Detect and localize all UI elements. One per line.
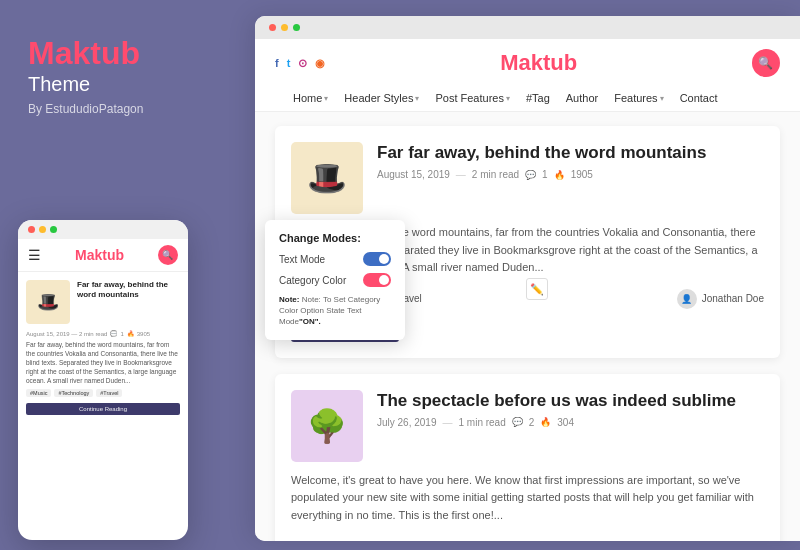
mobile-post-info: Far far away, behind the word mountains xyxy=(77,280,180,301)
instagram-icon[interactable]: ⊙ xyxy=(298,57,307,70)
post-2-meta: July 26, 2019 — 1 min read 💬 2 🔥 304 xyxy=(377,417,736,428)
rss-icon[interactable]: ◉ xyxy=(315,57,325,70)
mobile-titlebar xyxy=(18,220,188,239)
nav-features[interactable]: Features ▾ xyxy=(606,85,671,111)
twitter-icon[interactable]: t xyxy=(287,57,291,69)
brand-name: Maktub Theme By EstududioPatagon xyxy=(28,36,143,116)
popup-note-label: Note: xyxy=(279,295,299,304)
nav-header-styles[interactable]: Header Styles ▾ xyxy=(336,85,427,111)
post-2-excerpt: Welcome, it's great to have you here. We… xyxy=(291,472,764,525)
mobile-tag: #Music xyxy=(26,389,51,397)
nav-contact[interactable]: Contact xyxy=(672,85,726,111)
nav-author[interactable]: Author xyxy=(558,85,606,111)
mobile-post-excerpt: Far far away, behind the word mountains,… xyxy=(26,340,180,385)
mobile-post-title: Far far away, behind the word mountains xyxy=(77,280,180,301)
post-card-2: 🌳 The spectacle before us was indeed sub… xyxy=(275,374,780,541)
comment-icon-2: 💬 xyxy=(512,417,523,427)
post-1-meta: August 15, 2019 — 2 min read 💬 1 🔥 1905 xyxy=(377,169,706,180)
left-panel: Maktub Theme By EstududioPatagon ☰ Maktu… xyxy=(0,0,248,550)
toggle-knob-2 xyxy=(379,275,389,285)
popup-category-color-label: Category Color xyxy=(279,275,346,286)
desktop-logo: Maktub xyxy=(500,50,577,76)
popup-text-mode-label: Text Mode xyxy=(279,254,325,265)
mobile-post-card: 🎩 Far far away, behind the word mountain… xyxy=(26,280,180,324)
nav-post-features[interactable]: Post Features ▾ xyxy=(427,85,517,111)
dot-yellow xyxy=(39,226,46,233)
mobile-tag: #Travel xyxy=(96,389,122,397)
facebook-icon[interactable]: f xyxy=(275,57,279,69)
post-2-info: The spectacle before us was indeed subli… xyxy=(377,390,736,462)
post-2-header: 🌳 The spectacle before us was indeed sub… xyxy=(291,390,764,462)
text-mode-toggle[interactable] xyxy=(363,252,391,266)
popup-text-mode-row: Text Mode xyxy=(279,252,391,266)
mobile-post-meta: August 15, 2019 — 2 min read 💬 1 🔥 3905 xyxy=(26,330,180,337)
mobile-post-thumb: 🎩 xyxy=(26,280,70,324)
dt-dot-green xyxy=(293,24,300,31)
popup-category-color-row: Category Color xyxy=(279,273,391,287)
mobile-logo-m: M xyxy=(75,247,87,263)
mobile-read-more-button[interactable]: Continue Reading xyxy=(26,403,180,415)
dt-dot-yellow xyxy=(281,24,288,31)
mobile-header: ☰ Maktub 🔍 xyxy=(18,239,188,272)
brand-subtitle: Theme xyxy=(28,73,143,96)
mobile-search-button[interactable]: 🔍 xyxy=(158,245,178,265)
desktop-logo-m: M xyxy=(500,50,518,75)
views-icon-2: 🔥 xyxy=(540,417,551,427)
post-1-info: Far far away, behind the word mountains … xyxy=(377,142,706,214)
dot-green xyxy=(50,226,57,233)
post-1-thumb: 🎩 xyxy=(291,142,363,214)
social-icons: f t ⊙ ◉ xyxy=(275,57,325,70)
dt-dot-red xyxy=(269,24,276,31)
desktop-titlebar xyxy=(255,16,800,39)
brand-m: M xyxy=(28,35,55,71)
mobile-mockup: ☰ Maktub 🔍 🎩 Far far away, behind the wo… xyxy=(18,220,188,540)
hamburger-icon[interactable]: ☰ xyxy=(28,247,41,264)
nav-home[interactable]: Home ▾ xyxy=(285,85,336,111)
change-modes-popup: Change Modes: Text Mode Category Color N… xyxy=(265,220,405,340)
author-avatar: 👤 xyxy=(677,289,697,309)
popup-note-bold: "ON". xyxy=(299,317,321,326)
category-color-toggle[interactable] xyxy=(363,273,391,287)
mobile-post-tags: #Music #Technology #Travel xyxy=(26,389,180,397)
popup-note: Note: Note: To Set Category Color Option… xyxy=(279,294,391,328)
post-2-thumb: 🌳 xyxy=(291,390,363,462)
post-2-title: The spectacle before us was indeed subli… xyxy=(377,390,736,412)
desktop-search-button[interactable]: 🔍 xyxy=(752,49,780,77)
brand-by: By EstududioPatagon xyxy=(28,102,143,116)
post-1-title: Far far away, behind the word mountains xyxy=(377,142,706,164)
desktop-site-header: f t ⊙ ◉ Maktub 🔍 Home ▾ Header Styles ▾ … xyxy=(255,39,800,112)
post-1-author: 👤 Jonathan Doe xyxy=(677,289,764,309)
post-1-header: 🎩 Far far away, behind the word mountain… xyxy=(291,142,764,214)
popup-title: Change Modes: xyxy=(279,232,391,244)
toggle-knob xyxy=(379,254,389,264)
mobile-content: 🎩 Far far away, behind the word mountain… xyxy=(18,272,188,540)
dot-red xyxy=(28,226,35,233)
desktop-nav: Home ▾ Header Styles ▾ Post Features ▾ #… xyxy=(275,85,780,111)
nav-tag[interactable]: #Tag xyxy=(518,85,558,111)
desktop-header-top: f t ⊙ ◉ Maktub 🔍 xyxy=(275,49,780,77)
mobile-logo: Maktub xyxy=(75,247,124,263)
mobile-tag: #Technology xyxy=(54,389,93,397)
pen-icon[interactable]: ✏️ xyxy=(526,278,548,300)
comment-icon: 💬 xyxy=(525,170,536,180)
views-icon: 🔥 xyxy=(554,170,565,180)
